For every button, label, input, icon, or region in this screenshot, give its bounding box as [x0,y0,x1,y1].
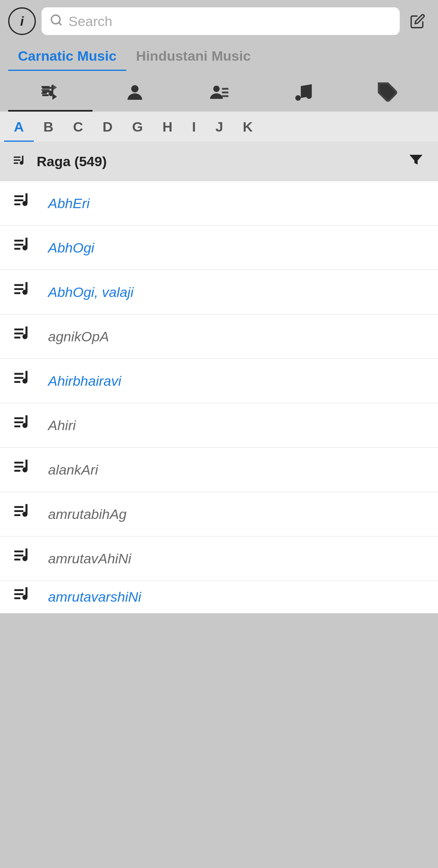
info-button[interactable]: i [8,7,36,35]
svg-point-11 [306,93,312,99]
svg-point-6 [213,86,220,92]
alpha-H[interactable]: H [153,112,183,142]
svg-rect-40 [14,551,24,553]
section-header: Raga (549) [0,142,438,181]
icon-tab-raga-list[interactable] [8,76,92,112]
raga-list-icon [40,81,62,103]
section-title: Raga (549) [12,153,107,171]
list-item[interactable]: amrutavarshiNi [0,581,438,613]
svg-rect-13 [14,156,20,158]
svg-rect-20 [14,244,24,246]
svg-rect-29 [14,377,24,379]
svg-rect-25 [14,329,24,331]
svg-rect-33 [14,426,20,428]
list-item[interactable]: AbhOgi [0,226,438,270]
raga-name: AbhEri [48,196,90,211]
raga-item-icon [12,279,37,305]
edit-button[interactable] [405,9,430,33]
svg-rect-23 [14,288,24,290]
svg-line-1 [59,22,61,25]
artist-icon [124,81,146,103]
alpha-A[interactable]: A [4,112,34,142]
svg-rect-19 [14,240,24,242]
raga-item-icon [12,368,37,394]
svg-rect-21 [14,248,20,250]
raga-name: amrutavarshiNi [48,589,141,605]
svg-rect-14 [14,159,20,160]
alpha-C[interactable]: C [63,112,93,142]
svg-rect-17 [14,200,24,202]
svg-rect-45 [14,597,20,599]
alpha-G[interactable]: G [122,112,152,142]
filter-button[interactable] [406,150,426,173]
svg-rect-3 [41,89,49,90]
tab-hindustani[interactable]: Hindustani Music [126,41,260,71]
svg-rect-26 [14,333,24,335]
alpha-B[interactable]: B [34,112,64,142]
raga-name: alankAri [48,462,98,478]
raga-name: amrutabihAg [48,506,127,522]
search-bar [42,7,400,35]
svg-rect-15 [14,162,18,163]
alpha-D[interactable]: D [93,112,123,142]
svg-rect-37 [14,506,24,508]
svg-rect-32 [14,422,24,424]
svg-rect-35 [14,466,24,468]
raga-name: Ahirbhairavi [48,373,121,389]
search-input[interactable] [68,13,392,29]
icon-tab-artist[interactable] [92,76,177,112]
svg-rect-42 [14,559,20,561]
svg-rect-41 [14,555,24,557]
raga-name: Ahiri [48,418,76,433]
raga-item-icon [12,545,37,571]
svg-rect-31 [14,418,24,420]
alphabet-row: A B C D G H I J K [0,112,438,142]
tag-icon [377,81,399,103]
icon-tab-artist-list[interactable] [177,76,261,112]
list-item[interactable]: amrutabihAg [0,492,438,536]
list-item[interactable]: amrutavAhiNi [0,536,438,581]
svg-rect-43 [14,589,24,591]
icon-tab-tag[interactable] [346,76,430,112]
list-item[interactable]: Ahirbhairavi [0,359,438,403]
svg-rect-44 [14,593,24,595]
list-item[interactable]: AbhEri [0,181,438,226]
list-item[interactable]: AbhOgi, valaji [0,270,438,314]
alpha-J[interactable]: J [206,112,233,142]
raga-name: AbhOgi, valaji [48,284,134,300]
svg-rect-30 [14,381,20,383]
raga-item-icon [12,584,37,610]
svg-rect-38 [14,510,24,512]
list-item[interactable]: agnikOpA [0,314,438,359]
svg-rect-22 [14,284,24,286]
svg-rect-39 [14,514,20,516]
header: i [0,0,438,41]
raga-item-icon [12,457,37,483]
svg-rect-16 [14,196,24,198]
icon-tabs [0,71,438,112]
section-raga-icon [12,153,30,171]
svg-rect-28 [14,373,24,375]
search-icon [50,13,63,29]
svg-rect-24 [14,292,20,294]
svg-rect-2 [41,86,49,87]
filter-icon [406,150,426,169]
svg-rect-36 [14,470,20,472]
main-tabs: Carnatic Music Hindustani Music [0,41,438,71]
alpha-K[interactable]: K [233,112,263,142]
list-item[interactable]: alankAri [0,448,438,492]
raga-item-icon [12,190,37,216]
raga-item-icon [12,412,37,438]
pencil-icon [410,13,425,29]
artist-list-icon [208,81,230,103]
tab-carnatic[interactable]: Carnatic Music [8,41,126,71]
svg-rect-34 [14,462,24,464]
raga-item-icon [12,501,37,527]
alpha-I[interactable]: I [182,112,205,142]
list-item[interactable]: Ahiri [0,403,438,448]
svg-rect-18 [14,204,20,206]
raga-name: amrutavAhiNi [48,551,131,567]
svg-point-5 [131,85,139,92]
raga-list: AbhEri AbhOgi AbhOgi, valaji [0,181,438,613]
icon-tab-music-note[interactable] [261,76,346,112]
